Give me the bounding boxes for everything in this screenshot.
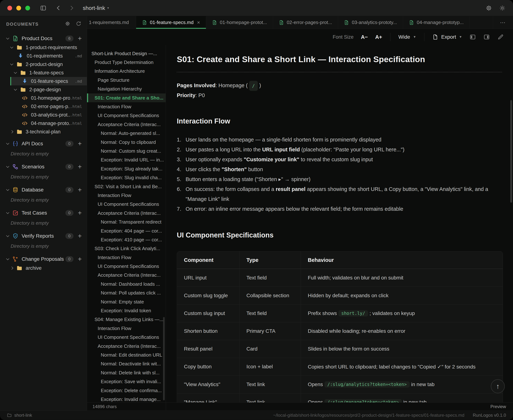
toc-item[interactable]: UI Component Specifications [87,111,166,120]
sidebar-item-01-feature-specs[interactable]: 01-feature-specs.md [10,77,87,85]
toc-item[interactable]: Page Structure [87,76,166,84]
toc-item[interactable]: UI Component Specifications [87,262,166,271]
toc-item[interactable]: Acceptance Criteria (Interac... [87,271,166,280]
add-button[interactable]: + [78,210,82,216]
toc-item[interactable]: Normal: Dashboard loads ... [87,280,166,288]
toc-item[interactable]: S03: Check Link Click Analyti... [87,244,166,253]
toc-item[interactable]: Exception: 404 page — cor... [87,226,166,235]
toc-item[interactable]: Interaction Flow [87,191,166,200]
sidebar-item-1-feature-specs[interactable]: 1-feature-specs [0,68,87,77]
toc-item[interactable]: Exception: Invalid token [87,306,166,315]
edit-pencil-icon[interactable] [497,34,504,40]
toc-item[interactable]: Acceptance Criteria (Interac... [87,120,166,129]
toc-item[interactable]: Acceptance Criteria (Interac... [87,342,166,351]
sidebar-section-verify-reports[interactable]: Verify Reports0+ [0,231,87,241]
toc-item[interactable]: Product Type Determination [87,58,166,67]
tab-overflow-button[interactable]: ⋯ [493,16,513,29]
toc-item[interactable]: Navigation Hierarchy [87,85,166,93]
toc-scrollbar[interactable] [163,317,165,400]
sidebar-item-2-page-design[interactable]: 2-page-design [0,85,87,94]
sidebar-item-02-error-pages-p-[interactable]: 02-error-pages-p....html [0,102,87,111]
tab-1-requirements-md[interactable]: 1-requirements.md [87,16,136,29]
tab-02-error-pages-prot-[interactable]: 02-error-pages-prot... [273,16,338,29]
toc-item[interactable]: Interaction Flow [87,102,166,111]
tab-03-analytics-prototy-[interactable]: 03-analytics-prototy... [338,16,403,29]
close-icon[interactable]: × [197,20,200,25]
minimize-window-button[interactable] [16,6,21,10]
toc-item[interactable]: Normal: Copy to clipboard [87,138,166,147]
toc-item[interactable]: Interaction Flow [87,253,166,262]
sidebar-item-01-requirements[interactable]: 01-requirements.md [0,52,87,60]
sidebar-item-04-manage-proto-[interactable]: 04-manage-proto....html [0,119,87,128]
back-icon[interactable] [57,6,61,10]
panel-left-toggle-icon[interactable] [469,34,476,40]
tree-item-label: Test Cases [22,210,47,216]
toc-item[interactable]: Exception: Delete confirma... [87,386,166,395]
toc-item[interactable]: Normal: Deactivate link wit... [87,360,166,368]
font-decrease-button[interactable]: A− [361,34,368,40]
close-window-button[interactable] [7,6,12,10]
toc-item[interactable]: Normal: Custom slug creat... [87,147,166,155]
toc-item[interactable]: Exception: Save with invali... [87,377,166,386]
window-title[interactable]: short-link ▾ [83,5,109,11]
width-mode-select[interactable]: Wide ▼ [399,34,416,40]
sidebar-section-api-docs[interactable]: API Docs0+ [0,139,87,149]
toc-item[interactable]: Normal: Poll updates click ... [87,289,166,297]
sidebar-section-product-docs[interactable]: Product Docs6+ [0,34,87,43]
chevron-down-icon [6,211,9,214]
toc-item[interactable]: Normal: Transparent redirect [87,218,166,226]
toc-item[interactable]: S01: Create and Share a Sho... [87,93,166,102]
toc-item[interactable]: Exception: 410 page — cor... [87,235,166,244]
sidebar-section-test-cases[interactable]: Test Cases0+ [0,208,87,218]
sidebar-section-scenarios[interactable]: Scenarios0+ [0,162,87,172]
add-button[interactable]: + [78,35,82,42]
add-button[interactable]: + [78,140,82,147]
gear-icon[interactable] [485,5,492,11]
forward-icon[interactable] [69,6,73,10]
toc-item[interactable]: UI Component Specifications [87,200,166,209]
sun-icon[interactable] [499,5,506,11]
toc-item[interactable]: Normal: Auto-generated sl... [87,129,166,138]
toc-item[interactable]: Acceptance Criteria (Interac... [87,209,166,218]
tab-01-homepage-protot-[interactable]: 01-homepage-protot... [206,16,273,29]
sidebar-section-database[interactable]: Database0+ [0,185,87,195]
refresh-icon[interactable] [76,21,81,28]
toc-item[interactable]: S02: Visit a Short Link and Be... [87,182,166,191]
toc-item[interactable]: S04: Manage Existing Links —... [87,315,166,324]
toc-item[interactable]: Short-Link Product Design —... [87,49,166,58]
toc-item[interactable]: Exception: Slug invalid cha... [87,173,166,182]
toc-item[interactable]: Interaction Flow [87,324,166,333]
sidebar-section-change-proposals[interactable]: Change Proposals0+ [0,254,87,264]
toc-item[interactable]: Information Architecture [87,67,166,76]
sidebar-item-01-homepage-pro-[interactable]: 01-homepage-pro....html [0,94,87,102]
add-button[interactable]: + [78,233,82,239]
toc-item[interactable]: Exception: Slug already tak... [87,164,166,173]
toc-item[interactable]: Exception: Invalid URL — in... [87,156,166,164]
toc-item[interactable]: UI Component Specifications [87,333,166,342]
sidebar-item-03-analytics-prot-[interactable]: 03-analytics-prot....html [0,111,87,119]
panel-right-toggle-icon[interactable] [483,34,490,40]
toc-item[interactable]: Normal: Edit destination URL [87,351,166,359]
table-row: Custom slug inputText fieldPrefix showss… [177,304,503,322]
sidebar-toggle-icon[interactable] [40,5,46,11]
toc-item[interactable]: Normal: Delete link with sl... [87,368,166,377]
font-increase-button[interactable]: A+ [375,34,382,40]
sidebar-item-archive[interactable]: archive [0,264,87,272]
sidebar-settings-gear-icon[interactable] [65,21,70,28]
zoom-window-button[interactable] [25,6,30,10]
sidebar-item-1-product-requirements[interactable]: 1-product-requirements [0,43,87,52]
main-scrollbar[interactable] [510,100,512,203]
add-button[interactable]: + [78,187,82,193]
sidebar-item-2-product-design[interactable]: 2-product-design [0,60,87,68]
scroll-to-top-button[interactable]: ↑ [491,379,505,393]
add-button[interactable]: + [78,256,82,262]
sidebar-item-3-technical-plan[interactable]: 3-technical-plan [0,128,87,136]
tab-01-feature-specs-md[interactable]: 01-feature-specs.md× [136,16,206,29]
toc-item[interactable]: Exception: Invalid manage... [87,395,166,402]
export-button[interactable]: Export ▼ [432,34,462,40]
cell-component: URL input [177,269,239,287]
code-chip: /:slug/manage?token=<token> [325,399,402,402]
add-button[interactable]: + [78,164,82,170]
toc-item[interactable]: Normal: Empty state [87,297,166,306]
tab-04-manage-prototyp-[interactable]: 04-manage-prototyp... [403,16,470,29]
